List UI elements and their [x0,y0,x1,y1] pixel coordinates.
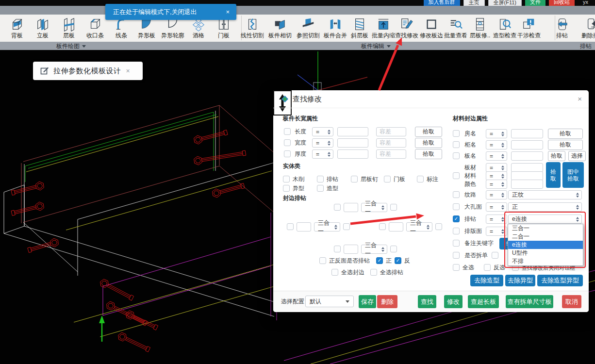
ribbon-group-2[interactable]: 板件编辑 [361,42,391,50]
toolbar-item-panel-tangent[interactable]: 板件相切 [266,16,294,39]
remove-button-3[interactable]: 去除造型异型 [537,275,583,286]
pick-button-柜名[interactable]: 拾取 [548,140,583,150]
pick-button-房名[interactable]: 拾取 [548,129,583,139]
edge-input-top[interactable] [344,203,358,212]
toolbar-item-back-panel[interactable]: 背板 [3,16,31,39]
remove-button-2[interactable]: 去除异型 [505,275,535,286]
edge-checkbox-left-2[interactable] [343,223,350,230]
toolbar-item-shelf-panel[interactable]: 层板 [55,16,83,39]
tab-template-design[interactable]: 拉伸参数化模板设计 × [33,62,143,80]
toolbar-item-shelf-fix[interactable]: 层板修.. [466,16,494,39]
toolbar-item-panel-merge[interactable]: 板件合并 [322,16,349,39]
edge-checkbox-bottom-1[interactable] [334,246,341,252]
drill-checkbox[interactable] [453,215,460,222]
entity-checkbox-排钻[interactable] [317,176,324,182]
tab-close-icon[interactable]: × [126,67,130,75]
pick-in-drawing-button[interactable]: 图中拾取 [562,162,584,188]
material-operator-颜色[interactable]: = [486,180,507,189]
tolerance-input-1[interactable]: 容差 [376,127,406,136]
grain-select[interactable]: 正纹 [508,190,582,199]
grain-checkbox[interactable] [453,191,460,198]
select-all-edge-checkbox[interactable] [331,269,338,276]
size-checkbox-1[interactable] [284,128,291,135]
big-hole-checkbox[interactable] [453,203,460,210]
big-hole-operator[interactable]: = [486,202,507,212]
material-input-柜名[interactable] [511,140,543,149]
size-value-input-1[interactable] [337,127,368,136]
edge-checkbox-top-2[interactable] [390,204,397,211]
edge-input-bottom[interactable] [344,245,358,254]
material-checkbox-板名[interactable] [453,152,460,159]
drill-operator[interactable]: = [486,215,507,224]
remove-button-1[interactable]: 去除造型 [470,275,503,286]
toolbar-item-linear-cut[interactable]: 线性切割 [239,16,266,39]
edge-select-left[interactable]: 三合一 [314,222,340,232]
dropdown-option-不排[interactable]: 不排 [508,257,583,265]
grain-operator[interactable]: = [486,190,507,199]
entity-checkbox-木削[interactable] [283,176,290,182]
big-hole-select[interactable]: 正 [508,202,582,212]
entity-checkbox-门板[interactable] [384,176,391,182]
material-checkbox-房名[interactable] [453,130,460,137]
layout-face-checkbox[interactable] [453,228,460,234]
ribbon-group-1[interactable]: 板件绘图 [56,42,86,50]
toolbar-item-shape-check[interactable]: 造型检查 [491,16,518,39]
toolbar-item-ref-cut[interactable]: 参照切割 [295,16,322,39]
size-value-input-3[interactable] [337,149,368,159]
dropdown-option-U型件[interactable]: U型件 [508,249,583,257]
material-input-房名[interactable] [511,129,543,138]
material-input-颜色[interactable] [511,180,543,189]
edge-checkbox-top-1[interactable] [334,204,341,211]
material-operator-柜名[interactable]: = [486,140,507,149]
select-all-checkbox[interactable] [453,264,460,271]
size-checkbox-3[interactable] [284,150,291,157]
topbar-file-button[interactable]: 文件 [525,0,545,6]
size-value-input-2[interactable] [337,138,368,148]
pick-button-size-1[interactable]: 拾取 [415,127,442,137]
pick-button-板名[interactable]: 拾取 [548,151,565,161]
config-select[interactable]: 默认 [305,296,354,307]
edge-select-right[interactable]: 三合一 [406,222,432,232]
split-order-checkbox[interactable] [453,252,460,259]
front-checkbox[interactable] [376,257,383,264]
tolerance-input-2[interactable]: 容差 [376,138,406,148]
material-input-板名[interactable] [511,151,543,161]
find-button[interactable]: 查找 [418,295,436,308]
topbar-user-button[interactable]: yx [578,0,593,6]
toolbar-item-drill-delete[interactable]: 删除排钻 [579,16,595,39]
modify-button[interactable]: 修改 [444,295,463,308]
pick-button-size-2[interactable]: 拾取 [415,138,442,148]
select-button-板名[interactable]: 选择 [568,151,586,161]
front-back-drill-checkbox[interactable] [319,257,326,264]
edge-input-left[interactable] [297,222,311,232]
ribbon-group-3[interactable]: 排钻 [580,42,592,50]
size-checkbox-2[interactable] [284,139,291,146]
dialog-close-icon[interactable]: × [578,95,582,103]
cancel-button[interactable]: 取消 [562,295,581,308]
edge-select-bottom[interactable]: 三合一 [361,245,387,254]
remark-checkbox[interactable] [453,240,460,247]
dropdown-option-二合一[interactable]: 二合一 [508,232,583,241]
topbar-group-button[interactable]: 加入售后群 [424,0,460,6]
check-split-size-button[interactable]: 查有拆单尺寸板 [506,295,553,308]
toolbar-item-vertical-panel[interactable]: 立板 [29,16,56,39]
topbar-fullscreen-button[interactable]: 全屏(F11) [488,0,522,6]
check-long-board-button[interactable]: 查超长板 [468,295,499,308]
edge-checkbox-right-2[interactable] [435,223,442,230]
material-operator-房名[interactable]: = [486,129,507,138]
dropdown-option-e连接[interactable]: e连接 [508,241,583,249]
toolbar-item-edit-edge[interactable]: 修改板边 [418,16,445,39]
delete-button[interactable]: 删除 [377,295,397,308]
save-button[interactable]: 保存 [359,295,376,308]
edge-input-right[interactable] [389,222,403,232]
pick-button-size-3[interactable]: 拾取 [415,149,442,159]
select-all-drill-checkbox[interactable] [370,269,377,276]
entity-checkbox-造型[interactable] [317,185,324,192]
edge-checkbox-right-1[interactable] [379,223,386,230]
dropdown-option-三合一[interactable]: 三合一 [508,224,583,232]
drill-type-select[interactable]: e连接 [508,215,582,224]
invert-select-checkbox[interactable] [484,264,491,271]
edge-select-top[interactable]: 三合一 [361,203,387,212]
split-order-extra-checkbox[interactable] [492,252,498,259]
entity-checkbox-层板钉[interactable] [351,176,358,182]
